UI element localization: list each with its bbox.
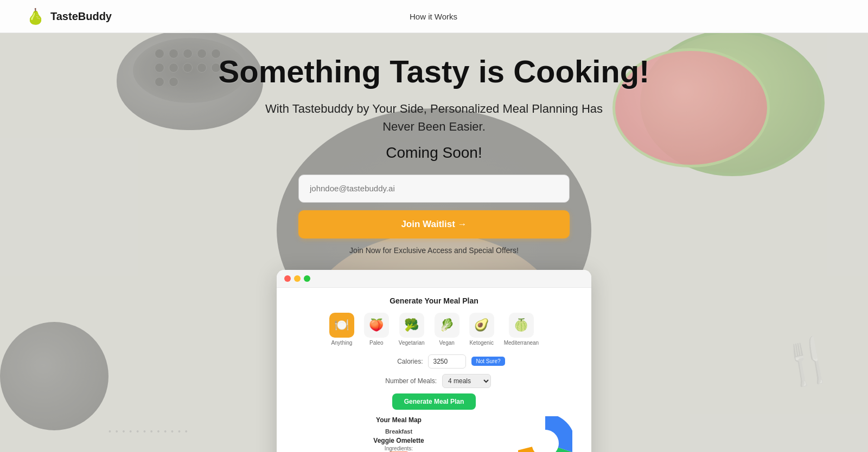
mediterranean-icon-box: 🍈 xyxy=(509,313,534,338)
anything-icon-box: 🍽️ xyxy=(329,313,354,338)
logo: 🍐 TasteBuddy xyxy=(26,8,112,25)
diet-vegetarian[interactable]: 🥦 Vegetarian xyxy=(399,313,425,346)
diet-anything[interactable]: 🍽️ Anything xyxy=(329,313,354,346)
diet-ketogenic[interactable]: 🥑 Ketogenic xyxy=(469,313,494,346)
hero-section: 🍴 • • • • • • • • • • • • Something Tast… xyxy=(0,0,868,452)
ketogenic-label: Ketogenic xyxy=(469,340,493,346)
navbar: 🍐 TasteBuddy How it Works xyxy=(0,0,868,33)
app-preview-title: Generate Your Meal Plan xyxy=(288,296,580,305)
logo-text: TasteBuddy xyxy=(50,10,112,23)
meals-row: Number of Meals: 4 meals 3 meals 5 meals xyxy=(288,374,580,388)
generate-meal-plan-button[interactable]: Generate Meal Plan xyxy=(392,393,476,410)
how-it-works-link[interactable]: How it Works xyxy=(410,12,457,21)
diet-vegan[interactable]: 🥬 Vegan xyxy=(435,313,459,346)
hero-subtitle: With Tastebuddy by Your Side, Personaliz… xyxy=(255,100,613,135)
meal-map-section: Your Meal Map Breakfast Veggie Omelette … xyxy=(288,410,580,452)
ketogenic-icon-box: 🥑 xyxy=(469,313,494,338)
email-input[interactable] xyxy=(298,175,570,203)
calories-row: Calories: Not Sure? xyxy=(288,354,580,369)
diet-mediterranean[interactable]: 🍈 Mediterranean xyxy=(504,313,539,346)
meal-map-title: Your Meal Map xyxy=(296,416,501,424)
diet-paleo[interactable]: 🍑 Paleo xyxy=(364,313,389,346)
meal-map-left: Your Meal Map Breakfast Veggie Omelette … xyxy=(288,410,510,452)
vegan-icon-box: 🥬 xyxy=(435,313,459,338)
hero-title: Something Tasty is Cooking! xyxy=(219,54,650,89)
minimize-dot xyxy=(294,275,301,282)
diet-icons-row: 🍽️ Anything 🍑 Paleo 🥦 Vegetarian 🥬 Vegan xyxy=(288,313,580,346)
coming-soon-text: Coming Soon! xyxy=(386,144,482,162)
nutrition-pie-chart xyxy=(518,416,572,452)
paleo-icon-box: 🍑 xyxy=(364,313,389,338)
svg-point-3 xyxy=(537,435,553,451)
join-waitlist-button[interactable]: Join Waitlist → xyxy=(298,210,570,238)
not-sure-badge[interactable]: Not Sure? xyxy=(471,357,505,366)
hero-content: Something Tasty is Cooking! With Tastebu… xyxy=(0,54,868,452)
app-preview-card: Generate Your Meal Plan 🍽️ Anything 🍑 Pa… xyxy=(277,270,591,452)
mediterranean-label: Mediterranean xyxy=(504,340,539,346)
breakfast-label: Breakfast xyxy=(296,428,501,435)
calories-label: Calories: xyxy=(363,358,423,365)
titlebar xyxy=(277,270,591,288)
logo-icon: 🍐 xyxy=(26,8,45,25)
vegan-label: Vegan xyxy=(439,340,454,346)
paleo-label: Paleo xyxy=(369,340,384,346)
meal-name: Veggie Omelette xyxy=(296,437,501,444)
meals-select[interactable]: 4 meals 3 meals 5 meals xyxy=(442,374,491,388)
app-body: Generate Your Meal Plan 🍽️ Anything 🍑 Pa… xyxy=(277,288,591,452)
meal-sub: Ingredients: xyxy=(296,445,501,451)
maximize-dot xyxy=(304,275,310,282)
close-dot xyxy=(284,275,291,282)
vegetarian-label: Vegetarian xyxy=(399,340,425,346)
anything-label: Anything xyxy=(331,340,352,346)
join-note: Join Now for Exclusive Access and Specia… xyxy=(349,246,519,255)
meals-label: Number of Meals: xyxy=(377,377,437,385)
meal-map-right xyxy=(510,410,580,452)
calories-input[interactable] xyxy=(428,354,466,369)
vegetarian-icon-box: 🥦 xyxy=(399,313,424,338)
